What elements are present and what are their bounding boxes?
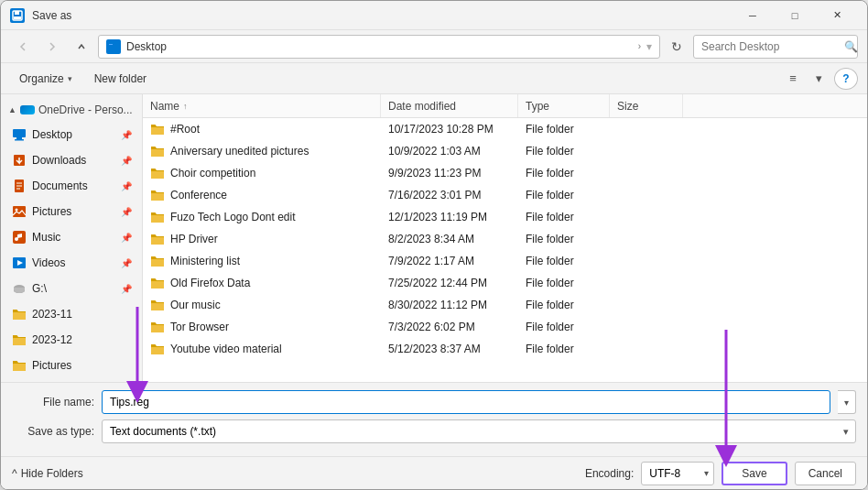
file-date-cell: 7/16/2022 3:01 PM <box>381 184 518 206</box>
new-folder-button[interactable]: New folder <box>85 68 156 90</box>
table-row[interactable]: Conference 7/16/2022 3:01 PM File folder <box>143 184 867 206</box>
file-size-cell <box>610 272 683 294</box>
column-header-date[interactable]: Date modified <box>381 94 518 117</box>
file-date-cell: 12/1/2023 11:19 PM <box>381 206 518 228</box>
sort-arrow-icon: ↑ <box>183 102 188 111</box>
file-type-cell: File folder <box>518 272 610 294</box>
table-row[interactable]: Fuzo Tech Logo Dont edit 12/1/2023 11:19… <box>143 206 867 228</box>
action-bar: Organize ▾ New folder ≡ ▾ ? <box>1 63 867 94</box>
svg-rect-25 <box>151 127 164 135</box>
sidebar-music-label: Music <box>32 231 114 244</box>
file-list-header: Name ↑ Date modified Type Size <box>143 94 867 118</box>
file-list: #Root 10/17/2023 10:28 PM File folder An… <box>143 118 867 382</box>
table-row[interactable]: Our music 8/30/2022 11:12 PM File folder <box>143 294 867 316</box>
videos-icon <box>12 256 27 270</box>
forward-button[interactable] <box>39 35 65 59</box>
navigation-toolbar: Desktop › ▾ ↻ 🔍 <box>1 30 867 63</box>
file-size-cell <box>610 316 683 338</box>
table-row[interactable]: Old Firefox Data 7/25/2022 12:44 PM File… <box>143 272 867 294</box>
sidebar-2023-11-label: 2023-11 <box>32 308 133 321</box>
file-size-cell <box>610 250 683 272</box>
refresh-button[interactable]: ↻ <box>664 35 689 59</box>
sidebar-videos-label: Videos <box>32 256 114 269</box>
file-size-cell <box>610 140 683 162</box>
folder-icon <box>150 145 165 158</box>
table-row[interactable]: Youtube video material 5/12/2023 8:37 AM… <box>143 338 867 360</box>
column-header-name[interactable]: Name ↑ <box>143 94 381 117</box>
column-header-type[interactable]: Type <box>518 94 610 117</box>
sidebar-item-music[interactable]: Music 📌 <box>3 224 140 250</box>
address-bar[interactable]: Desktop › ▾ <box>98 35 660 59</box>
minimize-button[interactable]: ─ <box>732 1 774 30</box>
folder-2023-12-icon <box>12 332 27 347</box>
table-row[interactable]: Aniversary unedited pictures 10/9/2022 1… <box>143 140 867 162</box>
file-type-cell: File folder <box>518 206 610 228</box>
save-button[interactable]: Save <box>722 462 787 485</box>
address-dropdown-icon: ▾ <box>646 40 652 53</box>
table-row[interactable]: Ministering list 7/9/2022 1:17 AM File f… <box>143 250 867 272</box>
svg-rect-26 <box>151 149 164 157</box>
file-name-cell: Our music <box>143 294 381 316</box>
up-button[interactable] <box>69 35 94 59</box>
folder-icon <box>150 167 165 180</box>
sidebar-2023-12-label: 2023-12 <box>32 333 133 346</box>
sidebar-item-videos[interactable]: Videos 📌 <box>3 250 140 276</box>
svg-rect-24 <box>13 364 26 371</box>
saveastype-select[interactable]: Text documents (*.txt) <box>102 419 856 443</box>
back-button[interactable] <box>10 35 36 59</box>
cancel-button[interactable]: Cancel <box>795 462 856 485</box>
sidebar-desktop-label: Desktop <box>32 128 114 141</box>
file-date-cell: 8/2/2023 8:34 AM <box>381 228 518 250</box>
sidebar-gdrive-label: G:\ <box>32 282 114 295</box>
encoding-section: Encoding: UTF-8 UTF-16 ANSI Save Cancel <box>585 462 856 485</box>
file-name-cell: Ministering list <box>143 250 381 272</box>
dialog-icon <box>10 8 25 23</box>
table-row[interactable]: Tor Browser 7/3/2022 6:02 PM File folder <box>143 316 867 338</box>
onedrive-group[interactable]: ▲ OneDrive - Perso... <box>1 98 142 122</box>
table-row[interactable]: HP Driver 8/2/2023 8:34 AM File folder <box>143 228 867 250</box>
pictures-icon <box>12 204 27 219</box>
encoding-label: Encoding: <box>585 467 634 480</box>
column-header-size[interactable]: Size <box>610 94 683 117</box>
help-button[interactable]: ? <box>834 68 858 90</box>
folder-icon <box>150 189 165 201</box>
organize-button[interactable]: Organize ▾ <box>10 68 81 90</box>
sidebar-item-downloads[interactable]: Downloads 📌 <box>3 147 140 173</box>
filename-dropdown-icon[interactable]: ▾ <box>838 390 856 414</box>
sidebar-item-pictures-folder[interactable]: Pictures <box>3 353 140 378</box>
table-row[interactable]: #Root 10/17/2023 10:28 PM File folder <box>143 118 867 140</box>
encoding-select[interactable]: UTF-8 UTF-16 ANSI <box>641 462 714 485</box>
sidebar-item-desktop[interactable]: Desktop 📌 <box>3 122 140 147</box>
sidebar-item-2023-11[interactable]: 2023-11 <box>3 301 140 327</box>
search-input[interactable] <box>701 40 839 53</box>
sidebar-item-pictures[interactable]: Pictures 📌 <box>3 199 140 224</box>
hide-folders-button[interactable]: ^ Hide Folders <box>12 467 83 480</box>
folder-2023-11-icon <box>12 307 27 321</box>
file-name-cell: Tor Browser <box>143 316 381 338</box>
downloads-pin-icon: 📌 <box>120 154 133 167</box>
sidebar-item-2023-12[interactable]: 2023-12 <box>3 327 140 353</box>
folder-icon <box>150 255 165 267</box>
file-name-cell: Old Firefox Data <box>143 272 381 294</box>
file-name-cell: Aniversary unedited pictures <box>143 140 381 162</box>
file-name-cell: Conference <box>143 184 381 206</box>
svg-rect-23 <box>13 338 26 345</box>
onedrive-label: OneDrive - Perso... <box>38 103 133 116</box>
file-size-cell <box>610 338 683 360</box>
file-size-cell <box>610 162 683 184</box>
sidebar-item-documents[interactable]: Documents 📌 <box>3 173 140 199</box>
file-date-cell: 10/9/2022 1:03 AM <box>381 140 518 162</box>
view-list-button[interactable]: ≡ <box>781 68 805 90</box>
view-dropdown-button[interactable]: ▾ <box>807 68 830 90</box>
maximize-button[interactable]: □ <box>774 1 816 30</box>
file-type-cell: File folder <box>518 184 610 206</box>
table-row[interactable]: Choir competition 9/9/2023 11:23 PM File… <box>143 162 867 184</box>
search-box[interactable]: 🔍 <box>693 35 858 59</box>
svg-rect-34 <box>151 325 164 332</box>
svg-rect-2 <box>14 16 21 19</box>
filename-input[interactable] <box>102 390 830 414</box>
sidebar-item-gdrive[interactable]: G:\ 📌 <box>3 276 140 301</box>
saveastype-row: Save as type: Text documents (*.txt) <box>12 419 856 443</box>
close-button[interactable]: ✕ <box>816 1 858 30</box>
desktop-pin-icon: 📌 <box>120 128 133 141</box>
